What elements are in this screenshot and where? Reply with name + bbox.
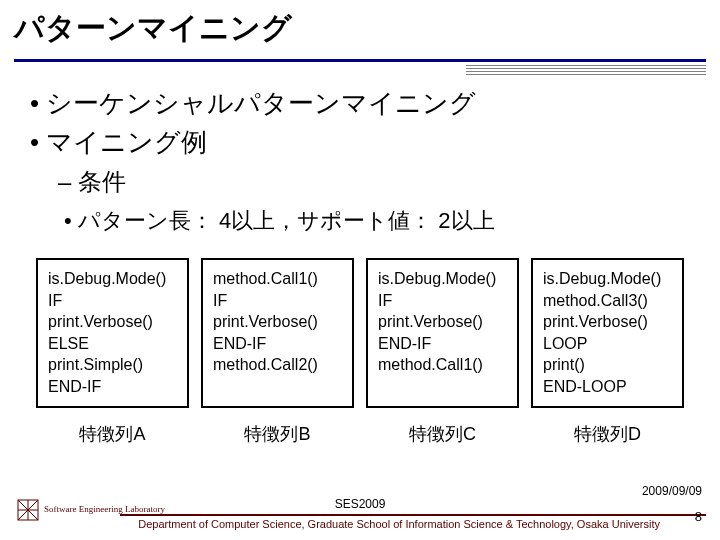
date-label: 2009/09/09 [642,484,702,498]
label-d: 特徴列D [531,422,684,446]
label-b: 特徴列B [201,422,354,446]
sub-list: 条件 [30,166,690,198]
subsub-item: パターン長： 4以上，サポート値： 2以上 [64,206,690,236]
bullet-1: シーケンシャルパターンマイニング [30,86,690,121]
pattern-box-d: is.Debug.Mode() method.Call3() print.Ver… [531,258,684,408]
lab-logo-icon [16,498,40,522]
page-number: 8 [695,509,702,524]
lab-logo-text: Software Engineering Laboratory [44,505,165,514]
lab-logo: Software Engineering Laboratory [16,498,165,522]
pattern-box-a: is.Debug.Mode() IF print.Verbose() ELSE … [36,258,189,408]
bullet-list: シーケンシャルパターンマイニング マイニング例 [30,86,690,160]
subsub-list: パターン長： 4以上，サポート値： 2以上 [30,206,690,236]
slide-title: パターンマイニング [14,8,706,49]
label-a: 特徴列A [36,422,189,446]
footer: SES2009 2009/09/09 Department of Compute… [0,497,720,530]
pattern-box-c: is.Debug.Mode() IF print.Verbose() END-I… [366,258,519,408]
title-rule [14,59,706,62]
bullet-2: マイニング例 [30,125,690,160]
footer-rule [120,514,706,516]
pattern-labels: 特徴列A 特徴列B 特徴列C 特徴列D [36,422,684,446]
pattern-boxes: is.Debug.Mode() IF print.Verbose() ELSE … [36,258,684,408]
label-c: 特徴列C [366,422,519,446]
pattern-box-b: method.Call1() IF print.Verbose() END-IF… [201,258,354,408]
sub-item: 条件 [58,166,690,198]
